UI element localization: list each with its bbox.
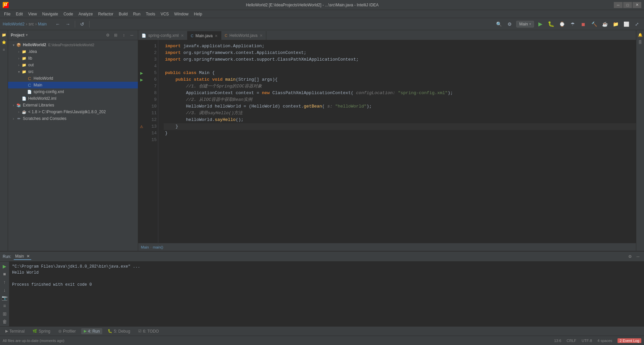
minimize-button[interactable]: ─	[614, 2, 623, 8]
build-button[interactable]: 🔨	[590, 20, 598, 28]
scroll-down-button[interactable]: ↓	[1, 287, 8, 293]
encoding[interactable]: UTF-8	[582, 339, 592, 343]
tree-out[interactable]: › 📁 out	[8, 62, 138, 68]
project-title-arrow[interactable]: ▾	[26, 33, 28, 37]
run-screenshots-button[interactable]: 📷	[1, 295, 8, 301]
strip-tab-terminal[interactable]: ▶ Terminal	[3, 328, 27, 334]
tree-main[interactable]: C Main	[8, 82, 138, 88]
debug-button[interactable]: 🐛	[547, 20, 555, 28]
tab-spring-close[interactable]: ✕	[181, 33, 184, 38]
sidebar-structure-icon[interactable]: ≡	[1, 46, 7, 53]
menu-window[interactable]: Window	[171, 11, 191, 17]
project-minimize-btn[interactable]: ─	[128, 32, 135, 39]
strip-tab-todo[interactable]: ☑ 6: TODO	[136, 328, 162, 334]
tree-lib-label: lib	[28, 56, 32, 61]
tab-main-close[interactable]: ✕	[215, 34, 218, 38]
tree-scratches[interactable]: › ✏ Scratches and Consoles	[8, 115, 138, 122]
scroll-up-button[interactable]: ↑	[1, 279, 8, 285]
back-button[interactable]: ←	[53, 20, 62, 28]
line-separator[interactable]: CRLF	[567, 339, 576, 343]
strip-tab-run[interactable]: ▶ 4: Run	[81, 328, 102, 334]
folder-src-icon: 📁	[21, 69, 27, 74]
breadcrumb-main-method[interactable]: main()	[153, 245, 163, 249]
tree-spring-config[interactable]: 📄 spring-config.xml	[8, 88, 138, 95]
refresh-button[interactable]: ↺	[78, 20, 87, 28]
menu-run[interactable]: Run	[130, 11, 143, 17]
rerun-button[interactable]: ▶	[1, 263, 8, 270]
bottom-panel: Run: Main ✕ ⚙ ─ ▶ ■ ↑ ↓ 📷 ≡ ⊞ 🗑 "C:\Prog…	[0, 251, 644, 326]
breadcrumb-main[interactable]: Main	[38, 22, 47, 26]
menu-code[interactable]: Code	[61, 11, 76, 17]
terminal-button[interactable]: ⬜	[622, 20, 631, 28]
right-icon-notifications[interactable]: 🔔	[637, 31, 644, 38]
stop-button[interactable]: ◼	[579, 20, 588, 28]
run-config-selector[interactable]: Main ▾	[516, 21, 534, 27]
menu-tools[interactable]: Tools	[143, 11, 158, 17]
tab-main[interactable]: C Main.java ✕	[187, 31, 221, 40]
error-count: 2	[620, 339, 622, 343]
search-button[interactable]: 🔍	[495, 20, 503, 28]
sdk-button[interactable]: ☕	[600, 20, 609, 28]
run-button[interactable]: ▶	[536, 20, 545, 28]
run-settings2-button[interactable]: ≡	[1, 302, 8, 309]
tree-root-path: E:\IdeaProjects\HelloWorld2	[48, 43, 94, 47]
tree-src[interactable]: ▾ 📁 src	[8, 68, 138, 75]
run-tab[interactable]: Main ✕	[14, 253, 31, 260]
cursor-position[interactable]: 13:6	[554, 339, 561, 343]
code-line-3: import org.springframework.context.suppo…	[164, 56, 636, 63]
tree-ext-libs[interactable]: › 📚 External Libraries	[8, 102, 138, 109]
run-line-2: Hello World	[12, 270, 641, 276]
breadcrumb-main[interactable]: Main	[141, 245, 149, 249]
project-sync-btn[interactable]: ↕	[120, 32, 127, 39]
menu-edit[interactable]: Edit	[13, 11, 25, 17]
run-minimize-btn[interactable]: ─	[635, 253, 641, 260]
open-folder-button[interactable]: 📁	[611, 20, 620, 28]
forward-button[interactable]: →	[63, 20, 72, 28]
tree-iml[interactable]: 📄 HelloWorld2.iml	[8, 95, 138, 102]
close-button[interactable]: ✕	[633, 2, 641, 8]
tree-root[interactable]: ▾ 📦 HelloWorld2 E:\IdeaProjects\HelloWor…	[8, 42, 138, 48]
run-settings-btn[interactable]: ⚙	[627, 253, 633, 260]
strip-tab-profiler[interactable]: ◎ Profiler	[56, 328, 78, 334]
gutter-run5[interactable]: ▶	[138, 70, 145, 76]
sidebar-project-icon[interactable]: 📁	[1, 31, 7, 38]
maximize-button[interactable]: □	[623, 2, 632, 8]
error-badge[interactable]: 2 Event Log	[618, 338, 641, 343]
tree-lib[interactable]: › 📁 lib	[8, 55, 138, 62]
tree-springxml-label: spring-config.xml	[34, 89, 64, 94]
indent[interactable]: 4 spaces	[597, 339, 612, 343]
code-area[interactable]: import javafx.application.Application; i…	[158, 40, 636, 243]
settings-button[interactable]: ⚙	[505, 20, 514, 28]
right-icon-database[interactable]: 🗄	[637, 39, 644, 46]
tab-helloworld-close[interactable]: ✕	[260, 33, 263, 38]
xml-spring-icon: 📄	[27, 89, 32, 94]
run-layout-button[interactable]: ⊞	[1, 310, 8, 317]
menu-view[interactable]: View	[25, 11, 40, 17]
breadcrumb-project[interactable]: HelloWorld2	[3, 22, 24, 26]
tree-jdk[interactable]: › ☕ < 1.8 > C:\Program Files\Java\jdk1.8…	[8, 109, 138, 115]
expand-button[interactable]: ⤢	[633, 20, 641, 28]
menu-help[interactable]: Help	[191, 11, 205, 17]
run-trash-button[interactable]: 🗑	[1, 318, 8, 325]
menu-navigate[interactable]: Navigate	[40, 11, 61, 17]
breadcrumb-src[interactable]: src	[29, 22, 34, 26]
gutter-run6[interactable]: ▶	[138, 76, 145, 83]
right-sidebar: 🔔 🗄	[636, 30, 644, 251]
strip-tab-debug[interactable]: 🐛 5: Debug	[105, 328, 133, 334]
sidebar-bookmark-icon[interactable]: ⭐	[1, 39, 7, 46]
menu-file[interactable]: File	[1, 11, 13, 17]
stop-run-button[interactable]: ■	[1, 271, 8, 278]
coverage-button[interactable]: ☂	[568, 20, 577, 28]
menu-build[interactable]: Build	[116, 11, 130, 17]
project-settings-btn[interactable]: ⚙	[104, 32, 111, 39]
strip-tab-spring[interactable]: 🌿 Spring	[30, 328, 53, 334]
tab-helloworld[interactable]: C HelloWorld.java ✕	[221, 31, 266, 40]
tab-spring-config[interactable]: 📄 spring-config.xml ✕	[138, 31, 187, 40]
tree-idea[interactable]: › 📁 .idea	[8, 48, 138, 55]
project-group-btn[interactable]: ⊞	[112, 32, 119, 39]
menu-vcs[interactable]: VCS	[158, 11, 172, 17]
tree-helloworld[interactable]: C HelloWorld	[8, 75, 138, 82]
menu-analyze[interactable]: Analyze	[76, 11, 96, 17]
menu-refactor[interactable]: Refactor	[96, 11, 116, 17]
profile-button[interactable]: ⌚	[557, 20, 566, 28]
